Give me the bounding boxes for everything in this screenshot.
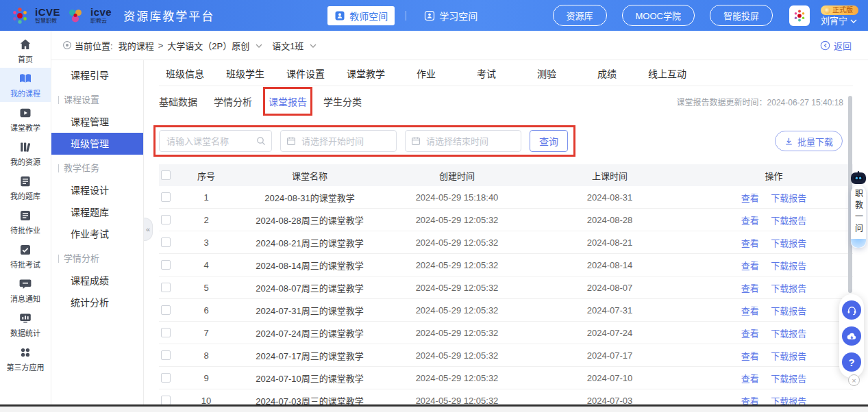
- end-date-input[interactable]: [405, 130, 521, 152]
- sidebar-item-my-resources[interactable]: 我的资源: [0, 136, 51, 170]
- course-menu-item[interactable]: 班级管理: [51, 133, 143, 155]
- download-report-link[interactable]: 下载报告: [771, 396, 806, 405]
- chevron-down-icon[interactable]: [310, 44, 317, 48]
- breadcrumb-course-dropdown[interactable]: 大学语文（2P）原创: [167, 39, 249, 52]
- download-report-link[interactable]: 下载报告: [771, 238, 806, 248]
- download-report-link[interactable]: 下载报告: [771, 306, 806, 316]
- customer-service-button[interactable]: [842, 300, 861, 320]
- sidebar-item-my-question-bank[interactable]: 我的题库: [0, 170, 51, 205]
- row-checkbox[interactable]: [161, 237, 171, 247]
- view-link[interactable]: 查看: [741, 216, 759, 226]
- table-row: 5 2024-08-07周三的课堂教学 2024-05-29 12:05:32 …: [159, 276, 853, 299]
- breadcrumb-root[interactable]: 我的课程: [119, 39, 154, 52]
- subtab-item[interactable]: 基础数据: [159, 94, 197, 108]
- view-link[interactable]: 查看: [741, 238, 759, 248]
- course-menu-item[interactable]: 课程题库: [51, 201, 143, 223]
- tab-item[interactable]: 课堂教学: [347, 66, 385, 80]
- tab-item[interactable]: 班级信息: [166, 66, 204, 80]
- tab-item[interactable]: 作业: [407, 66, 445, 80]
- header-pill-button[interactable]: MOOC学院: [622, 5, 695, 26]
- assistant-widget[interactable]: 职教一问: [850, 171, 867, 248]
- table-row: 9 2024-07-10周三的课堂教学 2024-05-29 12:05:32 …: [159, 367, 853, 389]
- download-report-link[interactable]: 下载报告: [771, 374, 806, 384]
- view-link[interactable]: 查看: [741, 351, 759, 361]
- row-class-name: 2024-08-28周三的课堂教学: [230, 214, 389, 227]
- view-link[interactable]: 查看: [741, 193, 759, 203]
- sidebar-item-pending-exams[interactable]: 待批考试: [0, 239, 51, 273]
- subtab-item[interactable]: 课堂报告: [269, 94, 307, 108]
- query-button[interactable]: 查询: [530, 130, 568, 152]
- table-row: 2 2024-08-28周三的课堂教学 2024-05-29 12:05:32 …: [159, 209, 853, 231]
- header-pill-button[interactable]: 智能投屏: [710, 5, 773, 26]
- row-checkbox[interactable]: [161, 283, 171, 292]
- row-index: 10: [182, 396, 230, 405]
- teacher-space-button[interactable]: 教师空间: [327, 6, 395, 25]
- download-report-link[interactable]: 下载报告: [771, 193, 806, 203]
- subtab-item[interactable]: 学情分析: [214, 94, 252, 108]
- edition-badge: 正式版: [821, 5, 858, 15]
- course-menu-item[interactable]: 课程设计: [51, 179, 143, 201]
- breadcrumb-class-dropdown[interactable]: 语文1班: [272, 39, 303, 52]
- tab-item[interactable]: 测验: [528, 66, 566, 80]
- sidebar-item-messages[interactable]: 消息通知: [0, 273, 51, 307]
- course-menu-item[interactable]: 课程管理: [51, 111, 143, 133]
- download-report-link[interactable]: 下载报告: [771, 283, 806, 294]
- sidebar-item-pending-homework[interactable]: 待批作业: [0, 205, 51, 239]
- back-button[interactable]: 返回: [820, 39, 852, 52]
- sidebar-item-my-courses[interactable]: 我的课程: [0, 68, 51, 102]
- course-menu-item[interactable]: 课程成绩: [51, 270, 143, 292]
- tab-item[interactable]: 成绩: [588, 66, 626, 80]
- user-avatar[interactable]: [789, 5, 810, 26]
- course-menu-item[interactable]: 统计分析: [51, 292, 143, 313]
- video-play-icon: [18, 106, 32, 120]
- view-link[interactable]: 查看: [741, 306, 759, 316]
- tab-item[interactable]: 班级学生: [226, 66, 264, 80]
- row-class-time: 2024-07-31: [525, 305, 695, 316]
- tab-item[interactable]: 课件设置: [286, 66, 325, 80]
- subtab-item[interactable]: 学生分类: [323, 94, 362, 108]
- view-link[interactable]: 查看: [741, 261, 759, 271]
- tab-item[interactable]: 考试: [467, 66, 506, 80]
- user-menu[interactable]: 正式版 刘宵宁: [821, 5, 858, 25]
- view-link[interactable]: 查看: [741, 283, 759, 294]
- sidebar-item-third-party-apps[interactable]: 第三方应用: [0, 342, 51, 376]
- row-checkbox[interactable]: [161, 373, 171, 383]
- course-menu: 课程引导 课程设置 课程管理 班级管理 教学任务 课程设计 课程题库 作业考试 …: [51, 60, 144, 404]
- row-checkbox[interactable]: [161, 350, 171, 360]
- row-checkbox[interactable]: [161, 260, 171, 270]
- floating-toolbar: ?: [839, 294, 864, 378]
- download-report-link[interactable]: 下载报告: [771, 329, 806, 339]
- select-all-checkbox[interactable]: [161, 170, 171, 180]
- bookshelf-icon: [18, 140, 32, 154]
- exam-check-icon: [18, 243, 32, 257]
- sidebar-item-data-statistics[interactable]: 数据统计: [0, 307, 51, 342]
- start-date-input[interactable]: [280, 130, 397, 152]
- download-report-link[interactable]: 下载报告: [771, 216, 806, 226]
- row-checkbox[interactable]: [161, 215, 171, 224]
- close-toolbar-button[interactable]: ×: [848, 374, 860, 386]
- header-pill-button[interactable]: 资源库: [553, 5, 607, 26]
- download-center-button[interactable]: [842, 326, 861, 346]
- download-report-link[interactable]: 下载报告: [771, 261, 806, 271]
- tab-item[interactable]: 线上互动: [648, 66, 686, 80]
- course-menu-item[interactable]: 作业考试: [51, 223, 143, 245]
- help-button[interactable]: ?: [842, 352, 861, 372]
- table-row: 4 2024-08-14周三的课堂教学 2024-05-29 12:05:32 …: [159, 254, 853, 276]
- class-name-search-input[interactable]: [159, 130, 272, 152]
- row-checkbox[interactable]: [161, 192, 171, 202]
- batch-download-button[interactable]: 批量下载: [775, 131, 843, 151]
- student-space-button[interactable]: 学习空间: [417, 6, 484, 25]
- sidebar-item-classroom-teaching[interactable]: 课堂教学: [0, 102, 51, 136]
- view-link[interactable]: 查看: [741, 396, 759, 405]
- row-checkbox[interactable]: [161, 396, 171, 404]
- view-link[interactable]: 查看: [741, 374, 759, 384]
- table-row: 8 2024-07-17周三的课堂教学 2024-05-29 12:05:32 …: [159, 344, 853, 367]
- row-checkbox[interactable]: [161, 305, 171, 315]
- view-link[interactable]: 查看: [741, 329, 759, 339]
- sidebar-item-home[interactable]: 首页: [0, 34, 51, 68]
- chevron-down-icon[interactable]: [256, 44, 262, 48]
- row-checkbox[interactable]: [161, 328, 171, 337]
- course-menu-item[interactable]: 课程引导: [51, 64, 143, 86]
- brand-secondary-sub: 职教云: [90, 18, 112, 24]
- download-report-link[interactable]: 下载报告: [771, 351, 806, 361]
